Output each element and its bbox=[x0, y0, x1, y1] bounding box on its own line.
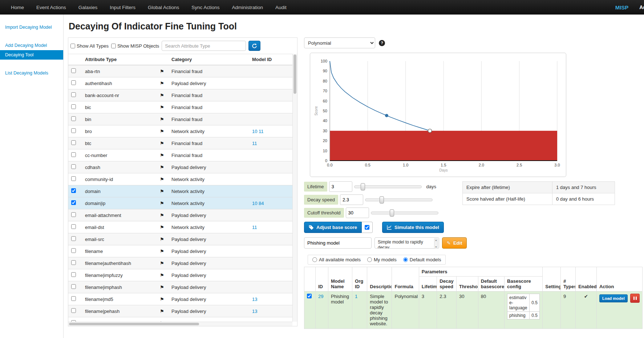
simulate-model-button[interactable]: Simulate this model bbox=[382, 222, 444, 233]
attribute-model-id-link[interactable]: 13 bbox=[252, 297, 257, 302]
decay-chart[interactable]: 01020304050607080901000.00.51.01.52.02.5… bbox=[310, 53, 566, 177]
org-id-link[interactable]: 1 bbox=[355, 294, 357, 299]
attribute-row-checkbox[interactable] bbox=[71, 272, 76, 277]
attribute-row[interactable]: email-attachment⚑Payload delivery bbox=[68, 209, 292, 221]
attribute-row-checkbox[interactable] bbox=[71, 248, 76, 253]
model-description-textarea[interactable]: Simple model to rapidly decay bbox=[374, 237, 439, 249]
attribute-row-checkbox[interactable] bbox=[71, 176, 76, 181]
lifetime-input[interactable] bbox=[329, 181, 352, 192]
attribute-row[interactable]: filename|authentihash⚑Payload delivery bbox=[68, 257, 292, 269]
filter-my-models-radio[interactable] bbox=[367, 257, 372, 262]
attribute-row-checkbox[interactable] bbox=[71, 296, 76, 301]
attribute-row-checkbox[interactable] bbox=[71, 260, 76, 265]
adjust-base-score-checkbox[interactable] bbox=[365, 225, 369, 230]
pause-model-button[interactable] bbox=[630, 294, 640, 303]
attribute-row[interactable]: domain⚑Network activity bbox=[68, 185, 292, 197]
nav-item-galaxies[interactable]: Galaxies bbox=[72, 0, 104, 15]
decay-speed-slider[interactable] bbox=[365, 196, 433, 204]
cutoff-threshold-slider[interactable] bbox=[371, 209, 438, 217]
textarea-scrollbar[interactable]: ▲▼ bbox=[434, 238, 438, 249]
attribute-row-checkbox[interactable] bbox=[71, 224, 76, 229]
attribute-model-id-link[interactable]: 11 bbox=[252, 141, 257, 146]
attribute-row-checkbox[interactable] bbox=[71, 104, 76, 109]
sidebar-item-decaying-tool[interactable]: Decaying Tool bbox=[0, 50, 63, 60]
horizontal-scrollbar[interactable] bbox=[68, 322, 292, 326]
sidebar-item-add-decaying-model[interactable]: Add Decaying Model bbox=[0, 41, 63, 50]
nav-item-home[interactable]: Home bbox=[0, 0, 30, 15]
attribute-type-label: filename bbox=[85, 249, 103, 254]
attribute-row[interactable]: authentihash⚑Payload delivery bbox=[68, 77, 292, 89]
attribute-row-checkbox[interactable] bbox=[71, 116, 76, 121]
attribute-model-id-link[interactable]: 13 bbox=[252, 309, 257, 314]
attribute-model-id-link[interactable]: 11 bbox=[252, 225, 257, 230]
sidebar-item-import-decaying-model[interactable]: Import Decaying Model bbox=[0, 23, 63, 32]
attribute-model-id-link[interactable]: 10 84 bbox=[252, 201, 264, 206]
attribute-row[interactable]: filename⚑Payload delivery bbox=[68, 245, 292, 257]
adjust-base-score-button[interactable]: Adjust base score bbox=[304, 222, 362, 233]
cutoff-threshold-input[interactable] bbox=[346, 208, 369, 218]
refresh-button[interactable] bbox=[248, 41, 260, 51]
attribute-row[interactable]: filename|md5⚑Payload delivery13 bbox=[68, 293, 292, 305]
sidebar-item-list-decaying-models[interactable]: List Decaying Models bbox=[0, 68, 63, 78]
attribute-row[interactable]: filename|pehash⚑Payload delivery13 bbox=[68, 305, 292, 317]
attribute-row-checkbox[interactable] bbox=[71, 92, 76, 97]
decay-speed-input[interactable] bbox=[340, 194, 363, 205]
filter-my-models[interactable]: My models bbox=[367, 257, 397, 262]
attribute-row-checkbox[interactable] bbox=[71, 212, 76, 217]
attribute-row[interactable]: cdhash⚑Payload delivery bbox=[68, 161, 292, 173]
attribute-row[interactable]: community-id⚑Network activity bbox=[68, 173, 292, 185]
attribute-row[interactable]: bin⚑Financial fraud bbox=[68, 113, 292, 125]
attribute-row-checkbox[interactable] bbox=[71, 188, 76, 193]
vertical-scrollbar[interactable] bbox=[292, 54, 297, 322]
nav-item-administration[interactable]: Administration bbox=[226, 0, 270, 15]
attribute-row[interactable]: email-src⚑Payload delivery bbox=[68, 233, 292, 245]
nav-item-global-actions[interactable]: Global Actions bbox=[142, 0, 185, 15]
filter-all-available-models-radio[interactable] bbox=[312, 257, 317, 262]
attribute-row[interactable]: bic⚑Financial fraud bbox=[68, 101, 292, 113]
search-attribute-input[interactable] bbox=[162, 41, 246, 51]
nav-item-audit[interactable]: Audit bbox=[269, 0, 293, 15]
nav-item-event-actions[interactable]: Event Actions bbox=[30, 0, 72, 15]
vertical-scrollbar-thumb[interactable] bbox=[293, 55, 296, 94]
attribute-row-checkbox[interactable] bbox=[71, 236, 76, 241]
load-model-button[interactable]: Load model bbox=[599, 294, 628, 302]
filter-default-models-radio[interactable] bbox=[403, 257, 408, 262]
show-all-types-checkbox[interactable] bbox=[70, 44, 75, 48]
model-row[interactable]: 29 Phishing model 1 Simple model to rapi… bbox=[304, 291, 643, 329]
lifetime-slider[interactable] bbox=[354, 183, 422, 190]
attribute-row-checkbox[interactable] bbox=[71, 164, 76, 169]
attribute-row[interactable]: cc-number⚑Financial fraud bbox=[68, 149, 292, 161]
attribute-model-id-link[interactable]: 10 11 bbox=[252, 129, 264, 134]
edit-model-button[interactable]: ✎ Edit bbox=[442, 237, 467, 249]
attribute-row[interactable]: domain|ip⚑Network activity10 84 bbox=[68, 197, 292, 209]
attribute-row[interactable]: filename|imphash⚑Payload delivery bbox=[68, 281, 292, 293]
model-id-link[interactable]: 29 bbox=[318, 294, 323, 299]
attribute-row[interactable]: filename|impfuzzy⚑Payload delivery bbox=[68, 269, 292, 281]
attribute-row-checkbox[interactable] bbox=[71, 80, 76, 85]
attribute-row-checkbox[interactable] bbox=[71, 152, 76, 157]
model-row-checkbox[interactable] bbox=[307, 294, 312, 298]
attribute-row-checkbox[interactable] bbox=[71, 140, 76, 145]
attribute-row-checkbox[interactable] bbox=[71, 200, 76, 205]
horizontal-scrollbar-thumb[interactable] bbox=[69, 323, 199, 325]
formula-select[interactable]: Polynomial bbox=[304, 37, 375, 48]
attribute-row-checkbox[interactable] bbox=[71, 284, 76, 289]
help-icon[interactable]: ? bbox=[379, 40, 385, 46]
attribute-row[interactable]: bank-account-nr⚑Financial fraud bbox=[68, 89, 292, 101]
attribute-row-checkbox[interactable] bbox=[71, 68, 76, 73]
attribute-row-checkbox[interactable] bbox=[71, 128, 76, 133]
user-menu[interactable]: Ad bbox=[639, 4, 644, 10]
model-name-input[interactable] bbox=[304, 237, 372, 249]
nav-item-input-filters[interactable]: Input Filters bbox=[104, 0, 142, 15]
attribute-row[interactable]: email-dst⚑Network activity11 bbox=[68, 221, 292, 233]
attribute-row[interactable]: btc⚑Financial fraud11 bbox=[68, 137, 292, 149]
decay-chart-svg[interactable]: 01020304050607080901000.00.51.01.52.02.5… bbox=[313, 57, 562, 175]
filter-default-models[interactable]: Default models bbox=[403, 257, 441, 262]
misp-brand[interactable]: MISP bbox=[615, 4, 629, 11]
attribute-row-checkbox[interactable] bbox=[71, 308, 76, 313]
filter-all-available-models[interactable]: All available models bbox=[312, 257, 361, 262]
nav-item-sync-actions[interactable]: Sync Actions bbox=[185, 0, 226, 15]
attribute-row[interactable]: bro⚑Network activity10 11 bbox=[68, 125, 292, 137]
show-misp-objects-checkbox[interactable] bbox=[111, 44, 116, 48]
attribute-row[interactable]: aba-rtn⚑Financial fraud bbox=[68, 65, 292, 77]
